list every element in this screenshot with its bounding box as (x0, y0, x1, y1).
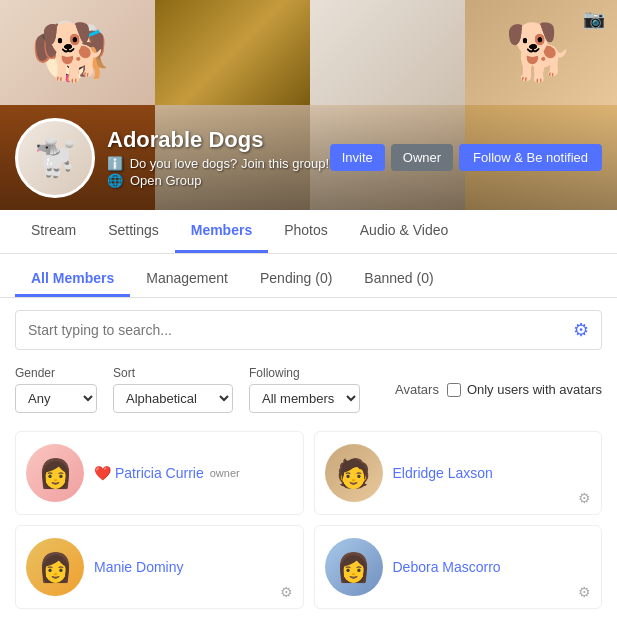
group-description: ℹ️ Do you love dogs? Join this group! (107, 156, 330, 171)
info-icon: ℹ️ (107, 156, 123, 171)
tab-stream[interactable]: Stream (15, 210, 92, 253)
member-card: 👩 Manie Dominy ⚙ (15, 525, 304, 609)
subtab-management[interactable]: Management (130, 262, 244, 297)
member-card: 👩 Debora Mascorro ⚙ (314, 525, 603, 609)
follow-button[interactable]: Follow & Be notified (459, 144, 602, 171)
following-select[interactable]: All members Following (249, 384, 360, 413)
search-input[interactable] (28, 322, 573, 338)
avatars-check-row: Only users with avatars (447, 382, 602, 397)
gender-select[interactable]: Any Male Female (15, 384, 97, 413)
following-filter-group: Following All members Following (249, 366, 360, 413)
gender-filter-group: Gender Any Male Female (15, 366, 97, 413)
following-label: Following (249, 366, 360, 380)
group-info-overlay: 🐩 Adorable Dogs ℹ️ Do you love dogs? Joi… (0, 105, 617, 210)
member-name[interactable]: Manie Dominy (94, 559, 183, 575)
cover-photo-4: 📷 (465, 0, 617, 105)
sub-tabs: All Members Management Pending (0) Banne… (0, 254, 617, 298)
subtab-banned[interactable]: Banned (0) (348, 262, 449, 297)
search-bar: ⚙ (15, 310, 602, 350)
member-info: Debora Mascorro (393, 559, 501, 575)
member-avatar: 🧑 (325, 444, 383, 502)
member-name-row: Debora Mascorro (393, 559, 501, 575)
avatars-check-label: Only users with avatars (467, 382, 602, 397)
sort-label: Sort (113, 366, 233, 380)
member-avatar: 👩 (26, 538, 84, 596)
member-card: 👩 ❤️ Patricia Currie owner (15, 431, 304, 515)
owner-button[interactable]: Owner (391, 144, 453, 171)
member-badge: owner (210, 467, 240, 479)
nav-tabs: Stream Settings Members Photos Audio & V… (0, 210, 617, 254)
camera-icon[interactable]: 📷 (583, 8, 605, 30)
member-name-row: Manie Dominy (94, 559, 183, 575)
group-name: Adorable Dogs (107, 127, 330, 153)
member-name-row: ❤️ Patricia Currie owner (94, 465, 240, 481)
member-gear-icon[interactable]: ⚙ (280, 584, 293, 600)
member-gear-icon[interactable]: ⚙ (578, 490, 591, 506)
member-info: Manie Dominy (94, 559, 183, 575)
invite-button[interactable]: Invite (330, 144, 385, 171)
sort-filter-group: Sort Alphabetical Newest Oldest (113, 366, 233, 413)
member-name-row: Eldridge Laxson (393, 465, 493, 481)
avatars-checkbox[interactable] (447, 383, 461, 397)
tab-settings[interactable]: Settings (92, 210, 175, 253)
search-section: ⚙ (0, 298, 617, 358)
member-avatar: 👩 (325, 538, 383, 596)
tab-photos[interactable]: Photos (268, 210, 344, 253)
globe-icon: 🌐 (107, 173, 123, 188)
cover-photo-3 (310, 0, 465, 105)
member-name[interactable]: Debora Mascorro (393, 559, 501, 575)
member-avatar: 👩 (26, 444, 84, 502)
group-type: 🌐 Open Group (107, 173, 330, 188)
cover-area: 📷 🐩 Adorable Dogs ℹ️ Do you love dogs? J… (0, 0, 617, 210)
member-name[interactable]: Eldridge Laxson (393, 465, 493, 481)
member-info: Eldridge Laxson (393, 465, 493, 481)
subtab-pending[interactable]: Pending (0) (244, 262, 348, 297)
tab-audio-video[interactable]: Audio & Video (344, 210, 464, 253)
action-buttons: Invite Owner Follow & Be notified (330, 144, 602, 171)
avatars-filter: Avatars Only users with avatars (395, 382, 602, 397)
member-name[interactable]: Patricia Currie (115, 465, 204, 481)
members-grid: 👩 ❤️ Patricia Currie owner 🧑 Eldridge La… (0, 421, 617, 619)
settings-gear-icon[interactable]: ⚙ (573, 319, 589, 341)
subtab-all-members[interactable]: All Members (15, 262, 130, 297)
group-text: Adorable Dogs ℹ️ Do you love dogs? Join … (107, 127, 330, 188)
member-info: ❤️ Patricia Currie owner (94, 465, 240, 481)
heart-icon: ❤️ (94, 465, 111, 481)
avatars-label: Avatars (395, 382, 439, 397)
sort-select[interactable]: Alphabetical Newest Oldest (113, 384, 233, 413)
filters: Gender Any Male Female Sort Alphabetical… (0, 358, 617, 421)
member-card: 🧑 Eldridge Laxson ⚙ (314, 431, 603, 515)
cover-photo-2 (155, 0, 310, 105)
tab-members[interactable]: Members (175, 210, 268, 253)
gender-label: Gender (15, 366, 97, 380)
member-gear-icon[interactable]: ⚙ (578, 584, 591, 600)
group-avatar: 🐩 (15, 118, 95, 198)
